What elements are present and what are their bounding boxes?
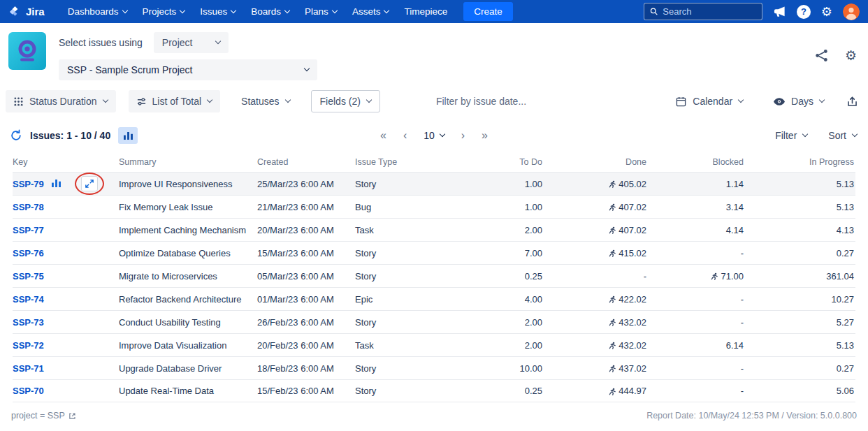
calendar-dropdown[interactable]: Calendar (667, 90, 751, 112)
table-row[interactable]: SSP-77 Implement Caching Mechanism 20/Ma… (13, 218, 855, 241)
chevron-down-icon (231, 7, 236, 13)
nav-timepiece[interactable]: Timepiece (396, 0, 455, 23)
filter-dropdown[interactable]: Filter (774, 126, 809, 145)
report-header: Select issues using Project SSP - Sample… (0, 23, 868, 89)
jira-logo[interactable]: Jira (8, 5, 45, 18)
table-row[interactable]: SSP-72 Improve Data Visualization 20/Feb… (13, 333, 855, 356)
table-row[interactable]: SSP-76 Optimize Database Queries 15/Mar/… (13, 241, 855, 264)
issue-type: Epic (355, 294, 453, 305)
help-icon[interactable]: ? (797, 5, 811, 19)
calendar-label: Calendar (693, 96, 732, 107)
issue-key-link[interactable]: SSP-71 (13, 363, 44, 374)
chart-view-button[interactable] (118, 127, 138, 144)
issue-created: 05/Mar/23 6:00 AM (257, 271, 355, 282)
export-icon[interactable] (846, 96, 858, 108)
fields-dropdown[interactable]: Fields (2) (311, 90, 380, 112)
issue-created: 15/Mar/23 6:00 AM (257, 248, 355, 258)
issue-key-link[interactable]: SSP-74 (13, 294, 44, 305)
brand-name: Jira (26, 6, 45, 17)
issue-blocked: - (646, 294, 744, 305)
report-filter-text: project = SSP (11, 411, 65, 421)
column-todo[interactable]: To Do (453, 157, 542, 167)
prev-page-button[interactable]: ‹ (403, 130, 407, 141)
global-search[interactable] (644, 3, 762, 20)
column-blocked[interactable]: Blocked (646, 157, 744, 167)
issue-key-link[interactable]: SSP-75 (13, 271, 44, 282)
sprint-runner-icon (710, 272, 718, 281)
announcement-icon[interactable] (773, 5, 786, 18)
create-button[interactable]: Create (463, 2, 513, 21)
issue-todo: 1.00 (453, 202, 542, 212)
column-issue-type[interactable]: Issue Type (355, 157, 453, 167)
table-row[interactable]: SSP-78 Fix Memory Leak Issue 21/Mar/23 6… (13, 195, 855, 218)
sprint-runner-icon (608, 226, 616, 235)
issue-created: 01/Mar/23 6:00 AM (257, 294, 355, 305)
column-created[interactable]: Created (257, 157, 355, 167)
fields-label: Fields (2) (320, 96, 361, 107)
issue-in-progress: 0.27 (744, 248, 854, 258)
issue-key-link[interactable]: SSP-79 (13, 179, 44, 189)
table-row[interactable]: SSP-74 Refactor Backend Architecture 01/… (13, 287, 855, 310)
issue-key-link[interactable]: SSP-78 (13, 202, 44, 212)
issue-key-link[interactable]: SSP-73 (13, 317, 44, 328)
sort-dropdown[interactable]: Sort (827, 126, 858, 145)
issue-in-progress: 0.27 (744, 363, 854, 374)
issues-pagination-bar: Issues: 1 - 10 / 40 « ‹ 10 › » Filter So… (0, 121, 868, 152)
statuses-dropdown[interactable]: Statuses (233, 90, 298, 112)
issue-blocked: 6.14 (646, 340, 744, 351)
jira-logo-icon (8, 5, 22, 18)
user-avatar[interactable] (843, 3, 860, 20)
row-chart-button[interactable] (50, 178, 62, 189)
refresh-icon[interactable] (10, 129, 22, 142)
column-done[interactable]: Done (542, 157, 646, 167)
page-size-dropdown[interactable]: 10 (424, 130, 444, 141)
last-page-button[interactable]: » (482, 130, 488, 141)
chevron-down-icon (440, 131, 445, 137)
column-in-progress[interactable]: In Progress (744, 157, 854, 167)
issue-date-filter-input[interactable] (436, 96, 597, 107)
issue-todo: 0.25 (453, 386, 542, 396)
first-page-button[interactable]: « (380, 130, 386, 141)
issue-key-link[interactable]: SSP-77 (13, 225, 44, 235)
nav-projects[interactable]: Projects (135, 0, 193, 23)
statuses-label: Statuses (241, 96, 279, 107)
issue-type: Bug (355, 202, 453, 212)
list-of-total-dropdown[interactable]: List of Total (129, 90, 221, 112)
sliders-icon (137, 97, 146, 106)
sprint-runner-icon (608, 342, 616, 350)
nav-boards[interactable]: Boards (243, 0, 297, 23)
next-page-button[interactable]: › (461, 130, 465, 141)
row-expand-button[interactable] (81, 176, 98, 191)
nav-issues[interactable]: Issues (192, 0, 243, 23)
nav-dashboards[interactable]: Dashboards (60, 0, 135, 23)
grid-icon (14, 97, 23, 106)
issue-key-link[interactable]: SSP-76 (13, 248, 44, 258)
report-settings-gear-icon[interactable]: ⚙ (845, 49, 857, 62)
issue-summary: Upgrade Database Driver (119, 363, 257, 374)
search-input[interactable] (663, 6, 756, 17)
table-row[interactable]: SSP-79 Improve UI Responsiveness 25/Mar/… (13, 172, 855, 195)
settings-gear-icon[interactable]: ⚙ (821, 6, 832, 18)
report-filter-link[interactable]: project = SSP (11, 411, 76, 421)
project-dropdown[interactable]: SSP - Sample Scrum Project (59, 59, 317, 80)
status-duration-dropdown[interactable]: Status Duration (6, 90, 116, 112)
issue-in-progress: 5.27 (744, 317, 854, 328)
sprint-runner-icon (608, 180, 616, 189)
issue-key-link[interactable]: SSP-72 (13, 340, 44, 351)
issue-source-dropdown[interactable]: Project (154, 32, 229, 53)
issue-key-link[interactable]: SSP-70 (13, 386, 44, 396)
list-of-total-label: List of Total (152, 96, 202, 107)
table-row[interactable]: SSP-70 Update Real-Time Data 15/Feb/23 6… (13, 379, 855, 402)
nav-assets[interactable]: Assets (345, 0, 397, 23)
table-row[interactable]: SSP-75 Migrate to Microservices 05/Mar/2… (13, 264, 855, 287)
table-row[interactable]: SSP-73 Conduct Usability Testing 26/Feb/… (13, 310, 855, 333)
issue-created: 20/Mar/23 6:00 AM (257, 225, 355, 235)
days-dropdown[interactable]: Days (765, 90, 832, 112)
issue-blocked: 4.14 (646, 225, 744, 235)
nav-plans[interactable]: Plans (297, 0, 345, 23)
report-footer: project = SSP Report Date: 10/May/24 12:… (0, 402, 868, 421)
column-key[interactable]: Key (13, 157, 50, 167)
share-icon[interactable] (815, 49, 828, 62)
table-row[interactable]: SSP-71 Upgrade Database Driver 18/Feb/23… (13, 356, 855, 379)
column-summary[interactable]: Summary (119, 157, 257, 167)
